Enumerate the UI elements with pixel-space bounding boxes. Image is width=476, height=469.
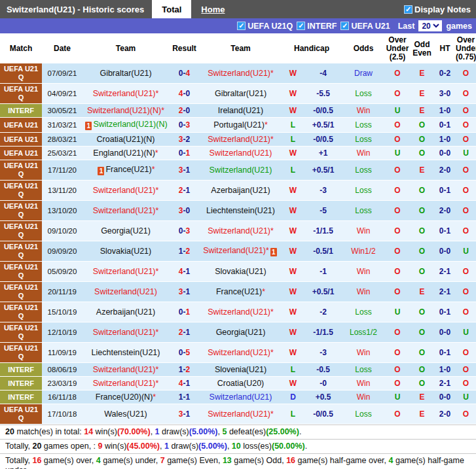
table-row: INTERF08/06/19Switzerland(U21)*1-2Sloven… xyxy=(0,363,476,377)
tab-total[interactable]: Total xyxy=(152,0,191,18)
display-notes-toggle[interactable]: ✓ Display Notes xyxy=(404,0,476,18)
half-time-score: 0-1 xyxy=(434,343,456,363)
score-home: 2 xyxy=(179,328,183,337)
summary-segment: (5.00%) xyxy=(189,427,218,436)
result-letter: W xyxy=(282,377,304,391)
result-letter: W xyxy=(282,302,304,322)
half-time-score: 2-0 xyxy=(434,404,456,425)
handicap-value: -5.5 xyxy=(304,84,342,104)
home-marker-asterisk: * xyxy=(156,267,159,276)
home-marker-asterisk: * xyxy=(262,287,265,296)
score-home: 0 xyxy=(179,148,183,158)
team-name: Switzerland(U21) xyxy=(203,246,266,255)
over-under-075: O xyxy=(456,118,476,133)
score-away: 0 xyxy=(186,89,191,98)
team-name: Croatia(U20) xyxy=(217,379,265,388)
over-under-075: O xyxy=(456,84,476,104)
home-marker-asterisk: * xyxy=(155,148,158,158)
over-under-25: U xyxy=(385,147,410,160)
summary-segment: , xyxy=(151,427,155,436)
last-games-select[interactable]: 20 xyxy=(418,20,442,31)
column-header-team-away: Team xyxy=(200,33,282,63)
odd-even: O xyxy=(410,181,434,201)
over-under-25: O xyxy=(385,84,410,104)
checkbox-icon[interactable]: ✓ xyxy=(237,22,246,30)
score-home: 0 xyxy=(439,328,444,337)
home-team: Switzerland(U21)* xyxy=(82,84,169,104)
away-team: Switzerland(U21)* xyxy=(200,302,282,322)
away-team: Switzerland(U21)* xyxy=(200,343,282,363)
full-time-score: 3-1 xyxy=(169,404,200,425)
result-letter: W xyxy=(282,63,304,84)
filter-checkbox-uefa-u21[interactable]: ✓ UEFA U21 xyxy=(340,22,390,31)
over-under-25: O xyxy=(385,63,410,84)
odds-result: Loss xyxy=(342,118,385,133)
full-time-score: 3-1 xyxy=(169,160,200,181)
summary-segment: Totally, xyxy=(5,442,32,451)
full-time-score: 0-4 xyxy=(169,63,200,84)
home-marker-asterisk: * xyxy=(156,365,159,374)
half-time-score: 0-0 xyxy=(434,241,456,262)
over-under-25: O xyxy=(385,363,410,377)
score-away: 0 xyxy=(186,206,191,215)
checkbox-icon[interactable]: ✓ xyxy=(340,22,349,30)
away-team: Liechtenstein(U21) xyxy=(200,201,282,221)
over-under-25: O xyxy=(385,181,410,201)
odds-result: Loss xyxy=(342,302,385,322)
odd-even: O xyxy=(410,118,434,133)
over-under-075: U xyxy=(456,147,476,160)
score-home: 0 xyxy=(439,307,444,317)
full-time-score: 0-1 xyxy=(169,302,200,322)
score-away: 0 xyxy=(447,148,451,158)
home-team: Switzerland(U21)* xyxy=(82,377,169,391)
full-time-score: 4-1 xyxy=(169,377,200,391)
odd-even: O xyxy=(410,133,434,147)
over-under-075: O xyxy=(456,221,476,241)
home-marker-asterisk: * xyxy=(270,69,274,78)
summary-segment: 7 xyxy=(160,456,165,465)
team-name: Switzerland(U21) xyxy=(93,365,156,374)
team-name: Georgia(U21) xyxy=(101,226,151,235)
over-under-25: O xyxy=(385,404,410,425)
team-name: Azerbaijan(U21) xyxy=(211,186,270,195)
summary-line: 20 match(es) in total: 14 win(s)(70.00%)… xyxy=(0,425,476,439)
home-marker-asterisk: * xyxy=(270,348,274,357)
checkbox-icon[interactable]: ✓ xyxy=(297,22,305,30)
tab-home[interactable]: Home xyxy=(191,0,234,18)
away-team: Portugal(U21)* xyxy=(200,118,282,133)
column-header-handicap: Handicap xyxy=(282,33,342,63)
table-row: UEFA U21 Q11/09/19Liechtenstein(U21)0-5S… xyxy=(0,343,476,363)
display-notes-checkbox-icon[interactable]: ✓ xyxy=(404,5,412,14)
filter-checkbox-uefa-u21q[interactable]: ✓ UEFA U21Q xyxy=(237,22,293,31)
table-body: UEFA U21 Q07/09/21Gibraltar(U21)0-4Switz… xyxy=(0,63,476,425)
score-home: 2 xyxy=(439,206,444,215)
score-home: 0 xyxy=(179,226,183,235)
team-name: Switzerland(U21)(N) xyxy=(87,106,161,115)
match-date: 30/05/21 xyxy=(42,104,82,118)
league-badge: INTERF xyxy=(0,391,42,404)
odds-result: Loss xyxy=(342,201,385,221)
odd-even: O xyxy=(410,147,434,160)
home-team: Croatia(U21)(N) xyxy=(82,133,169,147)
over-under-075: O xyxy=(456,404,476,425)
league-badge: UEFA U21 Q xyxy=(0,262,42,282)
matches-table: Match Date Team Result Team Handicap Odd… xyxy=(0,33,476,425)
handicap-value: -4 xyxy=(304,63,342,84)
result-letter: W xyxy=(282,282,304,302)
summary-segment: (45.00%) xyxy=(126,442,160,451)
half-time-score: 0-1 xyxy=(434,221,456,241)
score-away: 1 xyxy=(186,165,191,175)
filter-checkbox-interf[interactable]: ✓ INTERF xyxy=(297,22,337,31)
over-under-075: O xyxy=(456,133,476,147)
red-card-icon: 1 xyxy=(85,122,92,130)
score-away: 0 xyxy=(447,106,451,115)
table-row: UEFA U2125/03/21England(U21)(N)*0-1Switz… xyxy=(0,147,476,160)
result-letter: W xyxy=(282,104,304,118)
titlebar-spacer xyxy=(234,0,404,18)
team-name: Liechtenstein(U21) xyxy=(206,206,275,215)
home-marker-asterisk: * xyxy=(156,328,159,337)
odds-result: Loss xyxy=(342,181,385,201)
handicap-value: -2 xyxy=(304,302,342,322)
league-badge: UEFA U21 xyxy=(0,118,42,133)
summary-segment: game(s) under, xyxy=(101,456,160,465)
